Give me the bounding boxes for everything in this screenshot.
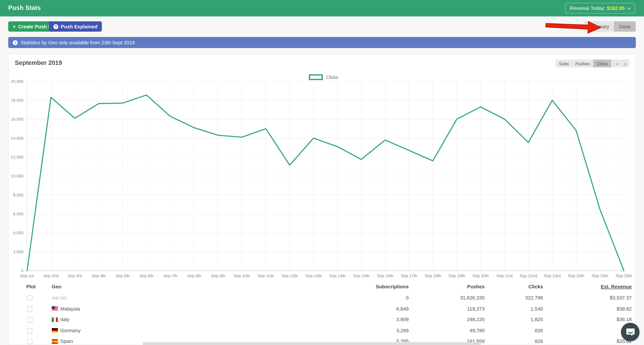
- x-axis-tick: Sep 11th: [258, 274, 274, 278]
- x-axis-tick: Sep 24th: [568, 274, 584, 278]
- clicks-cell: 322,796: [481, 295, 543, 300]
- page: Push Stats Revenue Today: $162.85 + Crea…: [0, 0, 644, 345]
- table-row: Italy3,909298,2201,825$36.18: [8, 314, 636, 325]
- col-header-est-revenue[interactable]: Est. Revenue: [570, 284, 632, 290]
- x-axis-tick: Sep 20th: [472, 274, 489, 278]
- y-axis-tick: 12,000: [11, 155, 23, 159]
- clicks-cell: 1,545: [481, 306, 543, 312]
- x-axis-tick: Sep 4th: [92, 274, 106, 278]
- x-axis-tick: Sep 14th: [329, 274, 346, 278]
- x-axis-tick: Sep 6th: [139, 274, 154, 278]
- x-axis-tick: Sep 5th: [116, 274, 130, 278]
- x-axis-tick: Sep 18th: [425, 274, 441, 278]
- pushes-cell: 119,373: [423, 306, 484, 312]
- y-axis-tick: 0: [21, 268, 23, 273]
- geo-label: Spain: [60, 338, 73, 344]
- x-axis-tick: Sep 7th: [163, 274, 178, 278]
- clicks-line-chart: 02,0004,0006,0008,00010,00012,00014,0001…: [0, 0, 644, 283]
- clicks-cell: 826: [481, 328, 543, 333]
- geo-label: Malaysia: [60, 306, 80, 312]
- geo-label: Germany: [60, 328, 81, 333]
- clicks-series-line: [27, 95, 624, 270]
- est-revenue-cell: $3,537.37: [570, 295, 632, 300]
- col-header-plot[interactable]: Plot: [26, 284, 36, 290]
- table-row: Malaysia6,849119,3731,545$38.82: [8, 303, 636, 314]
- geo-cell: Spain: [52, 338, 73, 344]
- y-axis-tick: 20,000: [11, 79, 23, 84]
- y-axis-tick: 16,000: [11, 117, 23, 122]
- subscriptions-cell: 3,299: [347, 328, 408, 333]
- x-axis-tick: Sep 26th: [616, 274, 632, 278]
- pushes-cell: 49,780: [423, 328, 484, 333]
- x-axis-tick: Sep 1st: [20, 274, 34, 278]
- x-axis-tick: Sep 23rd: [544, 274, 561, 278]
- y-axis-tick: 8,000: [13, 193, 24, 197]
- table-row: not set031,626,335322,796$3,537.37: [8, 292, 636, 303]
- chart-gridlines: [24, 82, 624, 271]
- geo-cell: not set: [52, 295, 67, 300]
- clicks-cell: 828: [481, 338, 543, 344]
- chat-bubble-icon: [625, 327, 635, 337]
- geo-label: Italy: [60, 317, 70, 322]
- my-flag-icon: [52, 306, 58, 311]
- subscriptions-cell: 6,849: [347, 306, 408, 312]
- est-revenue-cell: $25.61: [570, 338, 632, 344]
- chat-launcher-button[interactable]: [621, 323, 640, 341]
- x-axis-tick: Sep 13th: [305, 274, 322, 278]
- y-axis-tick: 14,000: [11, 136, 23, 140]
- x-axis-tick: Sep 3rd: [68, 274, 82, 278]
- pushes-cell: 31,626,335: [423, 295, 484, 300]
- col-header-subscriptions[interactable]: Subscriptions: [347, 284, 408, 290]
- x-axis-tick: Sep 19th: [448, 274, 465, 278]
- y-axis-tick: 18,000: [11, 98, 23, 102]
- x-axis-tick: Sep 10th: [234, 274, 250, 278]
- x-axis-tick: Sep 2nd: [43, 274, 58, 278]
- clicks-cell: 1,825: [481, 317, 543, 322]
- y-axis-tick: 10,000: [11, 174, 23, 178]
- plot-checkbox[interactable]: [27, 306, 32, 312]
- col-header-clicks[interactable]: Clicks: [481, 284, 543, 290]
- est-revenue-cell: $38.82: [570, 306, 632, 312]
- x-axis-tick: Sep 21st: [496, 274, 513, 278]
- geo-cell: Germany: [52, 328, 81, 333]
- x-axis-tick: Sep 8th: [187, 274, 201, 278]
- x-axis-tick: Sep 15th: [353, 274, 370, 278]
- plot-checkbox[interactable]: [27, 339, 32, 344]
- col-header-pushes[interactable]: Pushes: [423, 284, 484, 290]
- col-header-geo[interactable]: Geo: [52, 284, 62, 290]
- y-axis-tick: 4,000: [13, 230, 24, 235]
- subscriptions-cell: 3,909: [347, 317, 408, 322]
- x-axis-tick: Sep 17th: [401, 274, 417, 278]
- es-flag-icon: [52, 339, 58, 344]
- geo-label: not set: [52, 295, 67, 300]
- de-flag-icon: [52, 328, 58, 333]
- plot-checkbox[interactable]: [27, 295, 32, 300]
- x-axis-tick: Sep 22nd: [520, 274, 537, 278]
- geo-cell: Italy: [52, 317, 70, 322]
- table-row: Germany3,29949,780826$: [8, 325, 636, 336]
- x-axis-tick: Sep 25th: [592, 274, 608, 278]
- geo-cell: Malaysia: [52, 306, 80, 312]
- x-axis-tick: Sep 16th: [377, 274, 394, 278]
- pushes-cell: 298,220: [423, 317, 484, 322]
- x-axis-tick: Sep 9th: [211, 274, 225, 278]
- y-axis-tick: 6,000: [13, 212, 24, 216]
- est-revenue-cell: $36.18: [570, 317, 632, 322]
- it-flag-icon: [52, 317, 58, 322]
- horizontal-scrollbar[interactable]: [142, 342, 481, 345]
- plot-checkbox[interactable]: [27, 328, 32, 333]
- x-axis-tick: Sep 12th: [282, 274, 298, 278]
- chart-axis-labels: 02,0004,0006,0008,00010,00012,00014,0001…: [11, 79, 632, 278]
- plot-checkbox[interactable]: [27, 317, 32, 322]
- subscriptions-cell: 0: [347, 295, 408, 300]
- y-axis-tick: 2,000: [13, 250, 24, 254]
